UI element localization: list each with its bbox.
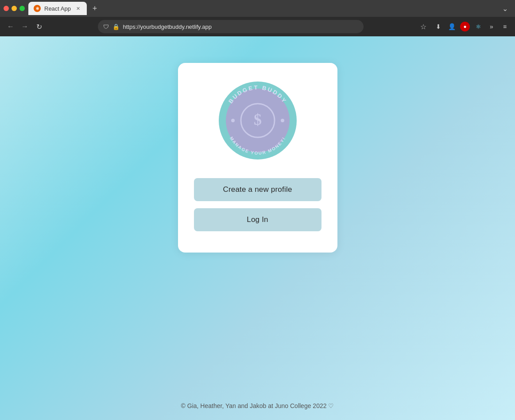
- maximize-traffic-light[interactable]: [19, 6, 25, 11]
- tabs-menu-button[interactable]: ⌄: [499, 3, 511, 15]
- lock-icon: 🔒: [112, 23, 120, 30]
- address-bar: ← → ↻ 🛡 🔒 https://yourbudgetbuddy.netlif…: [0, 17, 515, 36]
- active-tab[interactable]: ⚛ React App ✕: [28, 2, 87, 15]
- traffic-lights: [4, 6, 25, 11]
- footer: © Gia, Heather, Yan and Jakob at Juno Co…: [181, 402, 334, 409]
- title-bar: ⚛ React App ✕ + ⌄: [0, 0, 515, 17]
- logo-container: $ BUDGET BUDDY MANAGE YOUR MONEY!: [218, 81, 298, 160]
- forward-button[interactable]: →: [19, 21, 30, 32]
- react-devtools-icon[interactable]: ⚛: [473, 22, 483, 31]
- tab-close-button[interactable]: ✕: [74, 5, 81, 12]
- tab-extras: ⌄: [499, 3, 511, 15]
- download-icon[interactable]: ⬇: [434, 22, 443, 31]
- extensions-icon[interactable]: »: [487, 22, 496, 31]
- new-tab-button[interactable]: +: [89, 2, 101, 15]
- close-traffic-light[interactable]: [4, 6, 9, 11]
- create-profile-button[interactable]: Create a new profile: [194, 178, 321, 201]
- tab-favicon: ⚛: [34, 5, 41, 12]
- user-icon[interactable]: 👤: [447, 22, 457, 31]
- address-input-wrapper[interactable]: 🛡 🔒 https://yourbudgetbuddy.netlify.app: [98, 20, 364, 33]
- tab-title: React App: [44, 5, 71, 12]
- svg-text:$: $: [254, 111, 262, 128]
- menu-icon[interactable]: ≡: [500, 22, 510, 31]
- bookmark-icon[interactable]: ☆: [420, 23, 426, 31]
- login-button[interactable]: Log In: [194, 208, 321, 231]
- extension-red-icon[interactable]: ●: [460, 22, 470, 31]
- browser-chrome: ⚛ React App ✕ + ⌄ ← → ↻ 🛡 🔒 https://your…: [0, 0, 515, 36]
- login-card: $ BUDGET BUDDY MANAGE YOUR MONEY! Create…: [178, 63, 337, 253]
- svg-point-4: [231, 119, 235, 122]
- svg-point-5: [281, 119, 284, 122]
- toolbar-icons: ⬇ 👤 ● ⚛ » ≡: [434, 22, 510, 31]
- address-text[interactable]: https://yourbudgetbuddy.netlify.app: [123, 23, 358, 30]
- security-icon: 🛡: [103, 23, 109, 30]
- budget-buddy-logo: $ BUDGET BUDDY MANAGE YOUR MONEY!: [218, 81, 298, 160]
- main-content: $ BUDGET BUDDY MANAGE YOUR MONEY! Create…: [0, 36, 515, 420]
- tab-bar: ⚛ React App ✕ + ⌄: [28, 2, 511, 15]
- footer-text: © Gia, Heather, Yan and Jakob at Juno Co…: [181, 402, 334, 409]
- back-button[interactable]: ←: [5, 21, 16, 32]
- minimize-traffic-light[interactable]: [12, 6, 17, 11]
- refresh-button[interactable]: ↻: [34, 21, 44, 33]
